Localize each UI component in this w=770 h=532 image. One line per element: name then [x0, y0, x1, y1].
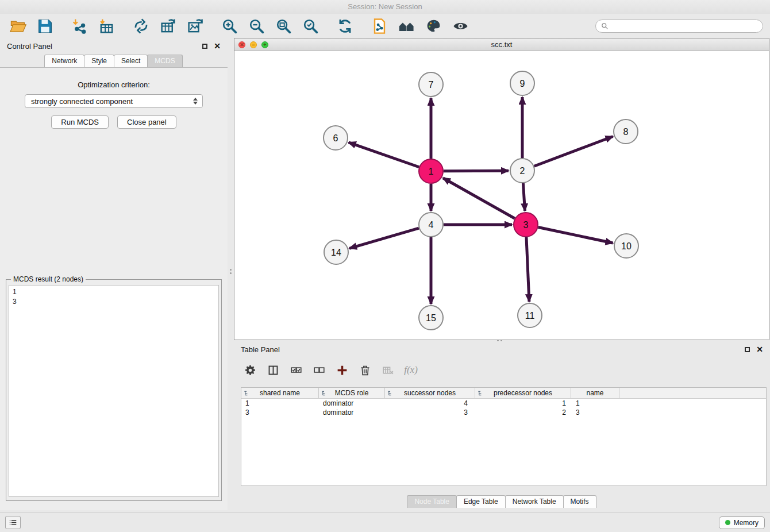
- style-palette-button[interactable]: [422, 16, 444, 36]
- save-session-button[interactable]: [34, 16, 56, 36]
- network-graph[interactable]: 7968124310141511: [234, 51, 769, 340]
- graph-node[interactable]: 10: [614, 234, 638, 258]
- memory-button[interactable]: Memory: [719, 516, 765, 529]
- tab-motifs[interactable]: Motifs: [563, 495, 596, 508]
- optimization-criterion-select[interactable]: strongly connected component: [25, 94, 203, 108]
- graph-node[interactable]: 6: [324, 126, 348, 150]
- float-table-panel-icon[interactable]: [745, 347, 750, 352]
- graph-node[interactable]: 4: [419, 213, 443, 237]
- import-table-icon: [98, 18, 115, 34]
- mcds-result-group: MCDS result (2 nodes) 1 3: [6, 279, 222, 501]
- graph-node-label: 15: [426, 313, 436, 323]
- zoom-selected-button[interactable]: [299, 16, 321, 36]
- graph-edge[interactable]: [526, 237, 529, 302]
- function-builder-button[interactable]: f(x): [404, 363, 418, 377]
- run-mcds-button[interactable]: Run MCDS: [51, 115, 109, 129]
- graph-edge[interactable]: [443, 178, 515, 218]
- hidden-panels-button[interactable]: [5, 516, 21, 529]
- tab-network-table[interactable]: Network Table: [505, 495, 564, 508]
- table-row[interactable]: 3dominator323: [241, 408, 766, 417]
- graph-node[interactable]: 8: [614, 119, 638, 144]
- homes-icon: [398, 18, 415, 34]
- column-header-name[interactable]: name: [571, 388, 619, 398]
- graph-node[interactable]: 15: [419, 306, 443, 330]
- create-column-button[interactable]: [335, 363, 349, 377]
- graph-node[interactable]: 3: [514, 213, 538, 237]
- column-header-successor-nodes[interactable]: successor nodes: [385, 388, 475, 398]
- column-header-filler: [619, 388, 766, 398]
- zoom-in-button[interactable]: [218, 16, 240, 36]
- search-input[interactable]: [611, 22, 757, 30]
- tab-node-table[interactable]: Node Table: [407, 495, 457, 508]
- tab-mcds[interactable]: MCDS: [147, 55, 182, 67]
- delete-table-button[interactable]: [381, 363, 395, 377]
- column-header-predecessor-nodes[interactable]: predecessor nodes: [475, 388, 571, 398]
- tree-view-icon: [478, 390, 484, 396]
- node-table-body: 1dominator4113dominator323: [241, 399, 766, 417]
- graph-node[interactable]: 9: [510, 71, 534, 95]
- network-window: ✕ − + scc.txt 7968124310141511: [234, 38, 769, 340]
- mcds-result-text[interactable]: 1 3: [9, 285, 219, 497]
- horizontal-splitter-handle[interactable]: [494, 339, 505, 342]
- table-cell: 4: [385, 399, 475, 407]
- table-panel-tabs: Node Table Edge Table Network Table Moti…: [234, 495, 770, 508]
- graph-node-label: 1: [429, 167, 434, 176]
- export-image-icon: [187, 18, 203, 34]
- control-panel-header: Control Panel ✕: [0, 38, 228, 54]
- trash-icon: [359, 364, 371, 376]
- table-cell: dominator: [319, 408, 385, 417]
- graph-node[interactable]: 2: [510, 159, 534, 183]
- columns-icon: [267, 364, 279, 376]
- table-settings-button[interactable]: [243, 363, 257, 377]
- float-panel-icon[interactable]: [202, 44, 207, 49]
- show-hide-panel-button[interactable]: [449, 16, 471, 36]
- close-table-panel-icon[interactable]: ✕: [756, 346, 763, 352]
- graph-node-label: 10: [621, 241, 632, 251]
- network-window-titlebar: ✕ − + scc.txt: [234, 38, 769, 51]
- graph-node[interactable]: 14: [324, 240, 348, 264]
- table-panel-header: Table Panel ✕: [234, 341, 770, 357]
- graph-node[interactable]: 1: [419, 159, 443, 183]
- export-table-button[interactable]: [157, 16, 179, 36]
- export-network-button[interactable]: [130, 16, 152, 36]
- list-icon: [9, 518, 17, 527]
- application-window: Session: New Session: [0, 0, 770, 532]
- graph-edge[interactable]: [349, 228, 419, 248]
- import-network-icon: [71, 18, 88, 34]
- column-header-shared-name[interactable]: shared name: [241, 388, 319, 398]
- graph-edge[interactable]: [534, 136, 613, 166]
- graph-edge[interactable]: [523, 183, 525, 211]
- search-field: [595, 20, 763, 33]
- import-table-button[interactable]: [95, 16, 117, 36]
- open-file-button[interactable]: [7, 16, 29, 36]
- graph-edge[interactable]: [538, 228, 613, 243]
- column-header-mcds-role[interactable]: MCDS role: [319, 388, 385, 398]
- vertical-splitter-handle[interactable]: [229, 266, 232, 276]
- close-panel-icon[interactable]: ✕: [214, 43, 221, 49]
- close-panel-button[interactable]: Close panel: [117, 115, 176, 129]
- zoom-fit-button[interactable]: [272, 16, 294, 36]
- show-columns-button[interactable]: [266, 363, 280, 377]
- graph-edge[interactable]: [349, 142, 419, 167]
- graph-edge[interactable]: [444, 171, 509, 171]
- refresh-view-button[interactable]: [334, 16, 356, 36]
- tab-network[interactable]: Network: [44, 55, 84, 67]
- memory-status-icon: [725, 520, 730, 525]
- tab-style[interactable]: Style: [84, 55, 114, 67]
- mcds-result-title: MCDS result (2 nodes): [11, 275, 86, 283]
- export-image-button[interactable]: [184, 16, 206, 36]
- network-overview-button[interactable]: [395, 16, 417, 36]
- zoom-out-icon: [248, 18, 265, 34]
- tab-select[interactable]: Select: [114, 55, 148, 67]
- select-all-columns-button[interactable]: [289, 363, 303, 377]
- table-cell: 2: [475, 408, 571, 417]
- delete-column-button[interactable]: [358, 363, 372, 377]
- graph-node[interactable]: 11: [518, 303, 542, 327]
- table-row[interactable]: 1dominator411: [241, 399, 766, 408]
- tab-edge-table[interactable]: Edge Table: [456, 495, 506, 508]
- new-network-file-button[interactable]: [368, 16, 390, 36]
- zoom-out-button[interactable]: [245, 16, 267, 36]
- unselect-all-columns-button[interactable]: [312, 363, 326, 377]
- import-network-button[interactable]: [68, 16, 90, 36]
- graph-node[interactable]: 7: [419, 72, 443, 97]
